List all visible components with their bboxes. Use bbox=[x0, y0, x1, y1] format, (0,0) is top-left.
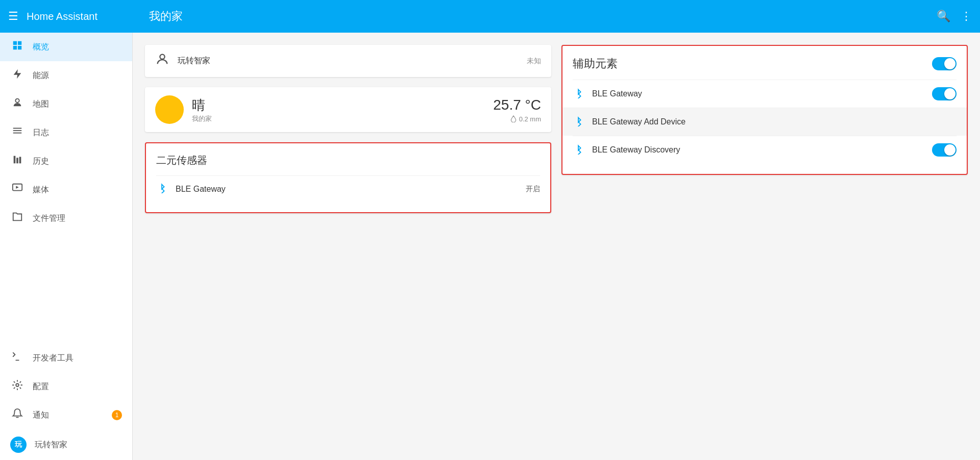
svg-point-14 bbox=[16, 384, 19, 387]
helper-item-ble-gateway-discovery[interactable]: BLE Gateway Discovery bbox=[573, 136, 957, 164]
main-layout: 概览 能源 地图 日志 历史 bbox=[0, 33, 980, 460]
weather-condition: 晴 bbox=[192, 97, 205, 113]
app-title: Home Assistant bbox=[27, 11, 97, 22]
avatar: 玩 bbox=[10, 437, 27, 453]
svg-marker-13 bbox=[16, 186, 19, 189]
map-icon bbox=[10, 97, 24, 111]
sidebar-item-map[interactable]: 地图 bbox=[0, 90, 132, 118]
sidebar-label-logs: 日志 bbox=[33, 127, 49, 138]
weather-sun-icon bbox=[155, 95, 184, 124]
user-card-name: 玩转智家 bbox=[178, 56, 210, 66]
media-icon bbox=[10, 183, 24, 197]
ble-discovery-icon bbox=[573, 143, 584, 157]
svg-rect-0 bbox=[13, 41, 17, 45]
helper-title: 辅助元素 bbox=[573, 56, 618, 71]
weather-temp-section: 25.7 °C 0.2 mm bbox=[493, 97, 541, 123]
weather-temperature: 25.7 °C bbox=[493, 97, 541, 113]
master-toggle[interactable] bbox=[932, 57, 957, 70]
search-icon[interactable]: 🔍 bbox=[937, 10, 950, 23]
ble-discovery-toggle[interactable] bbox=[932, 143, 957, 157]
sidebar-label-user: 玩转智家 bbox=[35, 440, 67, 450]
svg-rect-7 bbox=[13, 130, 22, 131]
svg-rect-9 bbox=[14, 156, 16, 164]
overview-icon bbox=[10, 40, 24, 54]
svg-rect-10 bbox=[16, 158, 18, 163]
header-left: ☰ Home Assistant bbox=[8, 10, 141, 23]
sidebar: 概览 能源 地图 日志 历史 bbox=[0, 33, 133, 460]
ble-add-device-name: BLE Gateway Add Device bbox=[592, 117, 957, 126]
sidebar-item-energy[interactable]: 能源 bbox=[0, 61, 132, 90]
history-icon bbox=[10, 154, 24, 168]
svg-marker-4 bbox=[14, 69, 21, 79]
helper-item-ble-gateway-add-device[interactable]: BLE Gateway Add Device bbox=[562, 108, 967, 136]
svg-rect-2 bbox=[13, 46, 17, 49]
svg-rect-11 bbox=[19, 157, 21, 164]
config-icon bbox=[10, 379, 24, 394]
sidebar-label-media: 媒体 bbox=[33, 185, 49, 195]
helper-entities-card: 辅助元素 BLE Gateway BLE Gateway Add Device bbox=[561, 45, 968, 175]
svg-point-5 bbox=[15, 99, 19, 103]
binary-sensor-card: 二元传感器 BLE Gateway 开启 bbox=[145, 142, 551, 213]
svg-rect-3 bbox=[18, 46, 21, 49]
sidebar-label-developer: 开发者工具 bbox=[33, 353, 74, 364]
weather-rain-value: 0.2 mm bbox=[519, 115, 541, 123]
page-title: 我的家 bbox=[141, 9, 937, 24]
user-card: 玩转智家 未知 bbox=[145, 45, 551, 77]
sidebar-item-files[interactable]: 文件管理 bbox=[0, 204, 132, 233]
svg-rect-8 bbox=[13, 133, 22, 134]
user-card-status: 未知 bbox=[527, 57, 541, 66]
content-area: 玩转智家 未知 晴 我的家 25.7 °C 0.2 mm 二元传感器 bbox=[133, 33, 980, 460]
user-card-icon bbox=[155, 52, 169, 70]
sidebar-item-user[interactable]: 玩 玩转智家 bbox=[0, 429, 132, 460]
ble-gateway-toggle[interactable] bbox=[932, 87, 957, 100]
header-actions: 🔍 ⋮ bbox=[937, 10, 972, 23]
logs-icon bbox=[10, 125, 24, 140]
files-icon bbox=[10, 211, 24, 225]
ble-gateway-name: BLE Gateway bbox=[592, 89, 924, 98]
sidebar-label-energy: 能源 bbox=[33, 70, 49, 81]
weather-info: 晴 我的家 bbox=[192, 96, 212, 123]
more-options-icon[interactable]: ⋮ bbox=[961, 10, 972, 23]
helper-header: 辅助元素 bbox=[573, 56, 957, 71]
binary-sensor-item[interactable]: BLE Gateway 开启 bbox=[156, 175, 540, 202]
sidebar-item-developer[interactable]: 开发者工具 bbox=[0, 344, 132, 372]
ble-gateway-bt-icon bbox=[156, 182, 167, 196]
notification-badge: 1 bbox=[112, 410, 122, 420]
weather-rain: 0.2 mm bbox=[493, 115, 541, 123]
ble-discovery-name: BLE Gateway Discovery bbox=[592, 145, 924, 155]
header: ☰ Home Assistant 我的家 🔍 ⋮ bbox=[0, 0, 980, 33]
weather-card: 晴 我的家 25.7 °C 0.2 mm bbox=[145, 87, 551, 132]
energy-icon bbox=[10, 68, 24, 83]
menu-icon[interactable]: ☰ bbox=[8, 10, 18, 23]
developer-icon bbox=[10, 351, 24, 365]
sidebar-label-history: 历史 bbox=[33, 156, 49, 167]
svg-rect-6 bbox=[13, 128, 22, 129]
binary-sensor-state: 开启 bbox=[526, 185, 540, 194]
sidebar-item-notifications[interactable]: 通知 1 bbox=[0, 401, 132, 429]
ble-add-device-icon bbox=[573, 115, 584, 129]
sidebar-item-overview[interactable]: 概览 bbox=[0, 33, 132, 61]
sidebar-item-media[interactable]: 媒体 bbox=[0, 175, 132, 204]
sidebar-label-overview: 概览 bbox=[33, 42, 49, 53]
notification-icon bbox=[10, 408, 24, 422]
svg-rect-1 bbox=[18, 41, 21, 45]
ble-gateway-icon bbox=[573, 87, 584, 100]
sidebar-label-map: 地图 bbox=[33, 99, 49, 110]
sidebar-item-config[interactable]: 配置 bbox=[0, 372, 132, 401]
sidebar-item-logs[interactable]: 日志 bbox=[0, 118, 132, 147]
svg-point-15 bbox=[160, 55, 164, 59]
binary-sensor-name: BLE Gateway bbox=[176, 185, 226, 194]
sidebar-label-notifications: 通知 bbox=[33, 410, 49, 421]
helper-item-ble-gateway[interactable]: BLE Gateway bbox=[573, 80, 957, 108]
sidebar-label-files: 文件管理 bbox=[33, 213, 65, 224]
weather-location: 我的家 bbox=[192, 114, 212, 123]
binary-sensor-title: 二元传感器 bbox=[156, 154, 540, 167]
sidebar-item-history[interactable]: 历史 bbox=[0, 147, 132, 175]
sidebar-label-config: 配置 bbox=[33, 381, 49, 392]
